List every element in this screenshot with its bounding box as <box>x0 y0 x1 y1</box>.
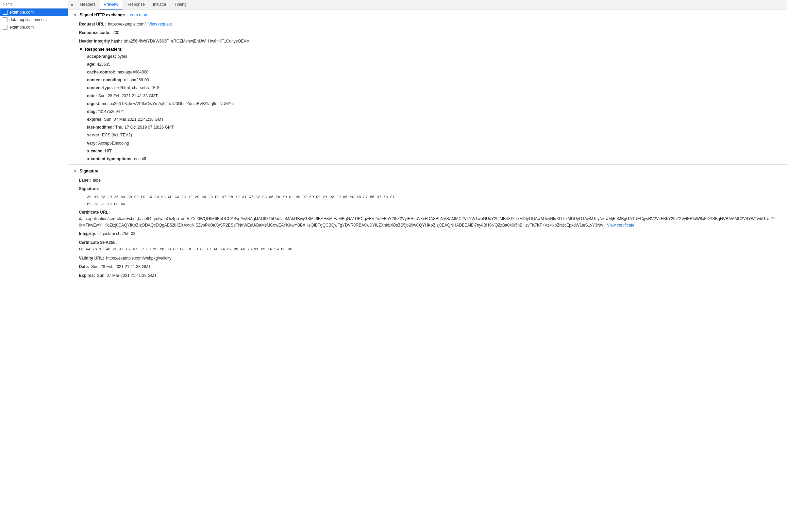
header-name-7: etag: <box>87 109 97 115</box>
cert-url-label: Certificate URL: <box>79 209 110 216</box>
header-value-10: ECS (dcb/7EA2) <box>102 132 132 138</box>
header-row-5: date: Sun, 28 Feb 2021 21:41:38 GMT <box>68 92 787 100</box>
tab-preview[interactable]: Preview <box>100 0 122 10</box>
header-name-13: x-content-type-options: <box>87 156 133 162</box>
date-row: Date: Sun, 28 Feb 2021 21:41:38 GMT <box>68 263 787 271</box>
cert-sha256-label: Certificate SHA256: <box>79 239 774 246</box>
signature-header[interactable]: ▼ Signature <box>68 166 787 176</box>
file-icon-0 <box>3 10 7 15</box>
header-name-0: accept-ranges: <box>87 53 116 60</box>
response-code-label: Response code: <box>79 30 111 36</box>
sidebar-item-0[interactable]: example.com <box>0 9 68 16</box>
header-integrity-label: Header integrity hash: <box>79 38 122 45</box>
sidebar-header: Name <box>0 0 68 9</box>
header-row-3: content-encoding: mi-sha256-03 <box>68 76 787 84</box>
validity-url-label: Validity URL: <box>79 255 104 262</box>
header-value-12: HIT <box>105 148 112 154</box>
headers-list: accept-ranges: bytes age: 428635 cache-c… <box>68 53 787 163</box>
triangle-icon: ▼ <box>73 13 77 17</box>
header-name-6: digest: <box>87 101 100 107</box>
response-code-row: Response code: 200 <box>68 29 787 37</box>
header-row-6: digest: mi-sha256-03=kcwVP6aOwYmA/j9JbUU… <box>68 100 787 108</box>
header-integrity-row: Header integrity hash: sha256-/IWdYDKW66… <box>68 37 787 46</box>
integrity-label: Integrity: <box>79 231 96 237</box>
header-row-8: expires: Sun, 07 Mar 2021 21:41:38 GMT <box>68 116 787 123</box>
header-value-4: text/html; charset=UTF-8 <box>114 85 159 91</box>
response-headers-label: Response headers: <box>85 47 123 52</box>
header-value-0: bytes <box>117 53 127 60</box>
header-value-9: Thu, 17 Oct 2019 07:18:26 GMT <box>115 124 174 131</box>
header-integrity-value: sha256-/IWdYDKW663F+eRGZMdhwjEhIJW+Hw6hK… <box>124 38 249 45</box>
preview-content: ▼ Signed HTTP exchange Learn more Reques… <box>68 10 787 532</box>
header-name-2: cache-control: <box>87 69 115 76</box>
header-name-1: age: <box>87 61 96 68</box>
header-name-8: expires: <box>87 116 103 123</box>
tab-initiator[interactable]: Initiator <box>149 0 170 10</box>
header-value-5: Sun, 28 Feb 2021 21:41:38 GMT <box>98 93 158 99</box>
signature-label-row: Signature: <box>68 185 787 193</box>
section-divider <box>68 164 787 165</box>
label-row: Label: label <box>68 176 787 185</box>
header-row-11: vary: Accept-Encoding <box>68 139 787 147</box>
validity-url-value: https://example.com/webpkg/validity <box>106 255 171 262</box>
expires-value: Sun, 07 Mar 2021 21:41:38 GMT <box>97 272 156 279</box>
sidebar-item-label-0: example.com <box>10 10 34 15</box>
header-value-1: 428635 <box>97 61 111 68</box>
main-panel: × Headers Preview Response Initiator Tim… <box>68 0 787 532</box>
signature-data-line2: B9 73 2E 42 C0 A0 <box>68 201 787 208</box>
sidebar-item-label-1: data:application/ce... <box>10 17 47 22</box>
learn-more-link[interactable]: Learn more <box>128 13 148 17</box>
request-url-label: Request URL: <box>79 21 106 28</box>
header-row-4: content-type: text/html; charset=UTF-8 <box>68 84 787 92</box>
tab-timing[interactable]: Timing <box>170 0 191 10</box>
tab-response[interactable]: Response <box>122 0 149 10</box>
view-request-link[interactable]: View request <box>148 21 172 28</box>
header-row-7: etag: "3147526947" <box>68 108 787 116</box>
header-value-3: mi-sha256-03 <box>124 77 149 83</box>
header-name-10: server: <box>87 132 101 138</box>
cert-sha256-row: Certificate SHA256: FB 44 26 13 48 2F A1… <box>68 238 787 254</box>
file-icon-1 <box>3 17 7 22</box>
header-value-2: max-age=604800 <box>117 69 149 76</box>
header-value-13: nosniff <box>134 156 146 162</box>
header-row-10: server: ECS (dcb/7EA2) <box>68 131 787 139</box>
sidebar-item-2[interactable]: example.com <box>0 23 68 31</box>
signature-title: Signature <box>80 169 98 173</box>
date-label: Date: <box>79 264 89 270</box>
header-row-1: age: 428635 <box>68 61 787 68</box>
header-name-3: content-encoding: <box>87 77 123 83</box>
cert-url-value: data:application/cert-chain+cbor;base64,… <box>79 216 775 228</box>
header-name-11: vary: <box>87 140 97 147</box>
signed-exchange-header[interactable]: ▼ Signed HTTP exchange Learn more <box>68 10 787 20</box>
validity-url-row: Validity URL: https://example.com/webpkg… <box>68 254 787 263</box>
view-certificate-link[interactable]: View certificate <box>607 223 634 228</box>
date-value: Sun, 28 Feb 2021 21:41:38 GMT <box>91 264 151 270</box>
integrity-value: digest/mi-sha256-03 <box>98 231 135 237</box>
header-row-2: cache-control: max-age=604800 <box>68 68 787 76</box>
request-url-value: https://example.com/ <box>108 21 146 28</box>
label-label: Label: <box>79 177 91 184</box>
expires-row: Expires: Sun, 07 Mar 2021 21:41:38 GMT <box>68 271 787 280</box>
cert-sha256-value: FB 44 26 13 48 2F A1 E7 67 F7 68 2D C0 8… <box>79 246 776 253</box>
tab-bar: × Headers Preview Response Initiator Tim… <box>68 0 787 10</box>
tab-headers[interactable]: Headers <box>76 0 100 10</box>
sidebar-item-1[interactable]: data:application/ce... <box>0 16 68 23</box>
header-row-13: x-content-type-options: nosniff <box>68 155 787 163</box>
header-value-6: mi-sha256-03=kcwVP6aOwYmA/j9JbUU0GbuiZdn… <box>102 101 234 107</box>
header-name-5: date: <box>87 93 97 99</box>
request-url-row: Request URL: https://example.com/ View r… <box>68 20 787 29</box>
response-headers-toggle[interactable]: ▼ Response headers: <box>68 46 787 53</box>
label-value: label <box>93 177 101 184</box>
signed-exchange-title: Signed HTTP exchange <box>80 13 125 17</box>
response-code-value: 200 <box>113 30 119 36</box>
response-headers-triangle: ▼ <box>79 47 83 52</box>
signature-data-line1: 30 44 02 20 26 A9 89 92 ED 10 33 98 CE C… <box>68 194 787 201</box>
close-tab-button[interactable]: × <box>68 0 76 10</box>
header-value-8: Sun, 07 Mar 2021 21:41:38 GMT <box>104 116 164 123</box>
cert-url-row: Certificate URL: data:application/cert-c… <box>68 208 787 230</box>
header-name-12: x-cache: <box>87 148 104 154</box>
header-name-9: last-modified: <box>87 124 114 131</box>
header-row-9: last-modified: Thu, 17 Oct 2019 07:18:26… <box>68 123 787 131</box>
header-value-11: Accept-Encoding <box>98 140 129 147</box>
header-row-12: x-cache: HIT <box>68 147 787 155</box>
